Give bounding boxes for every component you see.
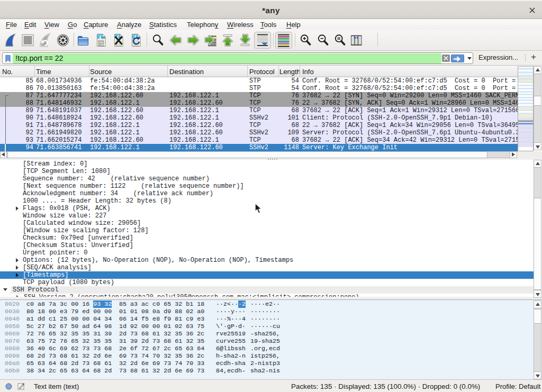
svg-text:0011: 0011	[98, 44, 104, 47]
svg-text:0011: 0011	[115, 44, 122, 47]
